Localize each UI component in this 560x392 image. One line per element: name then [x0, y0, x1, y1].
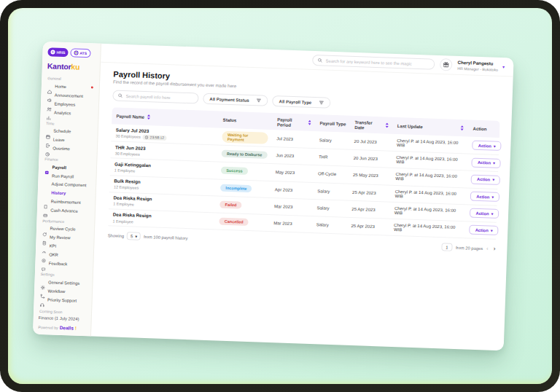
- global-search[interactable]: [312, 55, 435, 70]
- status-badge: Ready to Disburse: [222, 150, 268, 159]
- sidebar-item-okr[interactable]: OKR: [41, 251, 88, 261]
- sidebar-item-home[interactable]: Home: [47, 82, 94, 92]
- sidebar-item-label: Payroll: [52, 165, 66, 170]
- payroll-search-input[interactable]: [125, 94, 193, 101]
- hris-toggle[interactable]: K HRIS: [47, 47, 68, 57]
- payroll-wallet-icon: [44, 165, 50, 170]
- rewards-button[interactable]: [440, 58, 453, 71]
- page-content: Payroll History Find the record of the p…: [95, 63, 513, 254]
- row-action-button[interactable]: Action▾: [472, 141, 502, 151]
- payment-status-filter[interactable]: All Payment Status: [203, 93, 268, 106]
- sidebar-item-analytics[interactable]: Analytics: [45, 109, 93, 118]
- sidebar-item-label: My Review: [50, 235, 71, 241]
- coming-soon-title: Coming Soon: [39, 309, 86, 315]
- global-search-input[interactable]: [326, 58, 430, 66]
- sidebar-item-payroll[interactable]: Payroll: [44, 163, 91, 173]
- sidebar-item-label: Cash Advance: [50, 208, 78, 214]
- section-title-time: Time: [46, 121, 93, 127]
- sidebar-item-label: Employees: [54, 101, 75, 107]
- col-payroll-period[interactable]: Payroll Period: [273, 113, 316, 131]
- payroll-type: Salary: [315, 135, 350, 146]
- sidebar-item-label: Overtime: [52, 146, 70, 152]
- current-page[interactable]: 1: [442, 243, 453, 251]
- payment-status-filter-label: All Payment Status: [209, 97, 249, 103]
- row-action-button[interactable]: Action▾: [472, 157, 501, 168]
- sidebar-item-run-payroll[interactable]: Run Payroll: [43, 172, 90, 181]
- total-records-label: from 100 payroll history: [144, 235, 187, 240]
- payroll-period: Mar 2023: [270, 201, 313, 212]
- ats-toggle[interactable]: D ATS: [70, 48, 90, 58]
- announcement-icon: [47, 93, 52, 98]
- col-last-update[interactable]: Last Update: [393, 119, 469, 134]
- page-size-select[interactable]: 5▾: [127, 232, 141, 240]
- payroll-type: THR: [314, 152, 349, 163]
- gauge-icon: [42, 244, 47, 249]
- workflow-nodes-icon: [40, 289, 45, 294]
- section-title-finance: Finance: [44, 157, 91, 162]
- sidebar-item-overtime[interactable]: Overtime: [44, 145, 92, 154]
- sidebar-item-label: Schedule: [53, 129, 71, 135]
- status-badge: Cancelled: [219, 218, 249, 226]
- sidebar-item-announcement[interactable]: Announcement: [46, 91, 93, 101]
- sidebar-item-priority-support[interactable]: Priority Support: [39, 296, 86, 305]
- coming-soon-item: Finance (1 July 2024): [39, 315, 86, 321]
- chat-bubble-icon: [41, 262, 46, 267]
- payroll-type-filter-label: All Payroll Type: [279, 99, 312, 105]
- transfer-date: 25 May 2023: [349, 170, 392, 181]
- transfer-date: 25 Apr 2023: [347, 204, 390, 215]
- sidebar-item-label: Priority Support: [47, 297, 77, 304]
- payroll-table: Payroll Name Status Payroll Period Payro…: [108, 107, 499, 239]
- section-title-general: General: [47, 76, 94, 82]
- transfer-date: 20 Jul 2023: [349, 136, 392, 147]
- mockup-frame: K HRIS D ATS Kantorku General Home Annou…: [0, 0, 560, 392]
- sidebar-item-label: Leave: [53, 138, 65, 144]
- sidebar-item-reimbursement[interactable]: Reimbursement: [42, 197, 90, 207]
- col-transfer-date[interactable]: Transfer Date: [350, 116, 393, 134]
- product-switcher: K HRIS D ATS: [47, 47, 95, 58]
- sidebar-item-history[interactable]: History: [43, 189, 90, 198]
- col-payroll-name[interactable]: Payroll Name: [112, 110, 219, 125]
- payroll-period: Jun 2023: [271, 151, 314, 162]
- prev-page-button[interactable]: ‹: [486, 246, 489, 251]
- sidebar-item-general-settings[interactable]: General Settings: [39, 278, 87, 288]
- row-action-button[interactable]: Action▾: [470, 208, 499, 219]
- sidebar-item-review-cycle[interactable]: Review Cycle: [42, 225, 89, 235]
- receipt-icon: [43, 199, 48, 204]
- sidebar-item-employees[interactable]: Employees: [46, 100, 93, 109]
- calendar-icon: [46, 129, 51, 134]
- sidebar-item-cash-advance[interactable]: Cash Advance: [42, 206, 90, 216]
- sidebar-item-label: Reimbursement: [51, 199, 81, 205]
- row-action-button[interactable]: Action▾: [470, 192, 499, 202]
- hris-logo-icon: K: [50, 50, 55, 54]
- countdown-chip: 23:58:12: [143, 135, 167, 141]
- sidebar-item-my-review[interactable]: My Review: [41, 234, 88, 243]
- row-action-button[interactable]: Action▾: [471, 175, 500, 185]
- section-title-performance: Performance: [42, 219, 89, 224]
- payroll-type-filter[interactable]: All Payroll Type: [272, 95, 330, 109]
- sidebar-item-label: Home: [55, 84, 66, 90]
- payroll-search[interactable]: [112, 90, 198, 103]
- sidebar-item-leave[interactable]: Leave: [44, 136, 92, 146]
- chevron-down-icon: ▾: [135, 234, 137, 238]
- status-badge: Incomplete: [220, 184, 252, 192]
- sidebar-item-label: Review Cycle: [50, 227, 75, 232]
- user-menu[interactable]: Cheryl Pangestu HR Manager - Bukatoko ▾: [457, 60, 505, 71]
- sidebar-item-label: Adjust Component: [52, 182, 87, 189]
- status-badge: Failed: [219, 200, 241, 208]
- clock-icon: [145, 136, 149, 139]
- target-icon: [42, 253, 47, 258]
- filter-icon: [257, 98, 262, 103]
- sidebar-item-adjust-component[interactable]: Adjust Component: [43, 181, 90, 189]
- sidebar-item-kpi[interactable]: KPI: [41, 243, 88, 252]
- exit-door-icon: [45, 138, 50, 143]
- chevron-down-icon: ▾: [502, 64, 505, 69]
- row-action-button[interactable]: Action▾: [470, 225, 499, 235]
- payroll-type: Salary: [313, 186, 348, 197]
- main-area: Cheryl Pangestu HR Manager - Bukatoko ▾ …: [91, 44, 514, 351]
- sidebar-item-workflow[interactable]: Workflow: [39, 287, 87, 297]
- next-page-button[interactable]: ›: [494, 246, 496, 251]
- sidebar-item-schedule[interactable]: Schedule: [45, 128, 93, 137]
- sidebar-item-label: KPI: [50, 244, 57, 250]
- sidebar-item-feedback[interactable]: Feedback: [40, 260, 88, 270]
- refresh-cycle-icon: [42, 227, 47, 232]
